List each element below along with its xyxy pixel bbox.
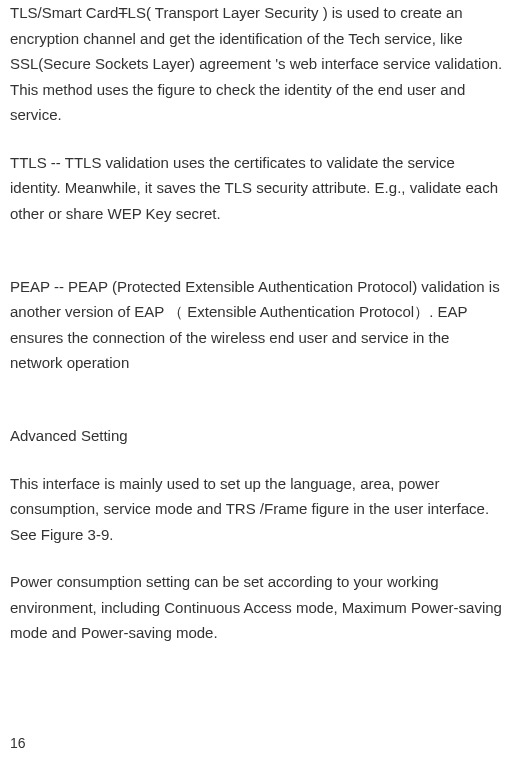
paragraph-peap: PEAP -- PEAP (Protected Extensible Authe… bbox=[10, 274, 505, 376]
paragraph-tls: TLS/Smart CardTLS( Transport Layer Secur… bbox=[10, 0, 505, 128]
paragraph-ttls: TTLS -- TTLS validation uses the certifi… bbox=[10, 150, 505, 227]
page-number: 16 bbox=[10, 732, 26, 756]
p1-part2: LS( Transport Layer Security ) is used t… bbox=[10, 4, 502, 123]
heading-advanced-setting: Advanced Setting bbox=[10, 423, 505, 449]
paragraph-interface: This interface is mainly used to set up … bbox=[10, 471, 505, 548]
p1-strike: T bbox=[118, 4, 127, 21]
document-body: TLS/Smart CardTLS( Transport Layer Secur… bbox=[10, 0, 505, 646]
p1-part1: TLS/Smart Card bbox=[10, 4, 118, 21]
paragraph-power: Power consumption setting can be set acc… bbox=[10, 569, 505, 646]
